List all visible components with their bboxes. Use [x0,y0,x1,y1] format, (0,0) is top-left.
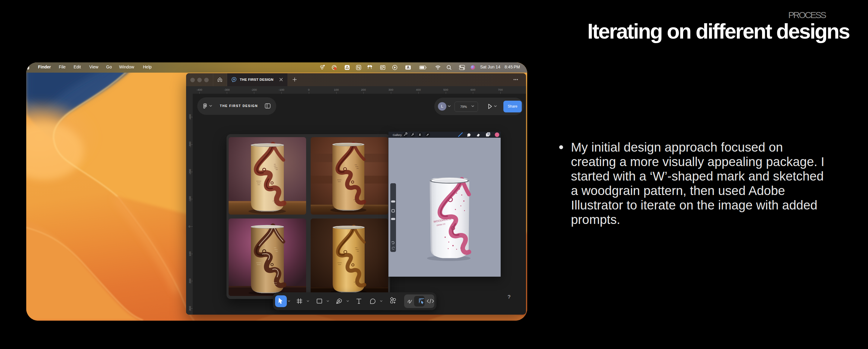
svg-text:A: A [407,65,409,70]
